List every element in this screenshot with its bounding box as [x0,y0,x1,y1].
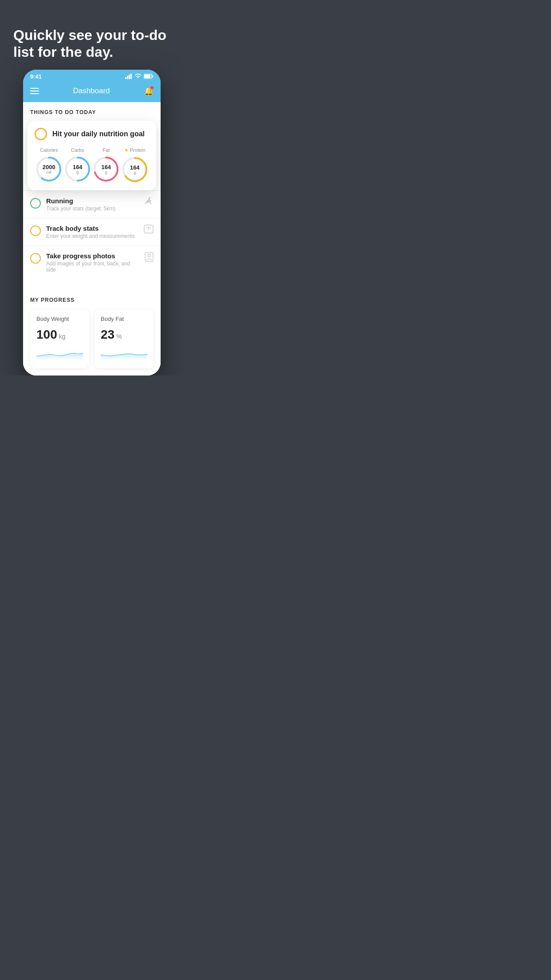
todo-running[interactable]: Running Track your stats (target: 5km) [23,190,161,218]
todo-body-stats-sub: Enter your weight and measurements [46,233,140,239]
nutrition-card[interactable]: Hit your daily nutrition goal Calories [28,121,156,190]
todo-body-stats[interactable]: Track body stats Enter your weight and m… [23,218,161,245]
svg-rect-3 [130,74,132,79]
todo-running-text: Running Track your stats (target: 5km) [46,197,140,212]
todo-running-sub: Track your stats (target: 5km) [46,205,140,212]
notification-bell[interactable]: 🔔 [144,86,153,96]
calories-unit: cal [43,170,55,174]
body-fat-number: 23 [101,328,114,342]
todo-running-name: Running [46,197,140,205]
todo-progress-photos[interactable]: Take progress photos Add images of your … [23,245,161,279]
running-icon [144,197,153,207]
body-fat-card[interactable]: Body Fat 23 % [94,309,153,368]
status-icons [125,74,153,79]
nutrition-circles: Calories 2000 cal [35,147,149,183]
svg-rect-6 [144,75,150,78]
body-weight-label: Body Weight [36,316,83,322]
body-weight-chart [36,347,83,360]
nav-title: Dashboard [73,87,110,95]
todo-body-stats-text: Track body stats Enter your weight and m… [46,225,140,239]
svg-rect-0 [125,77,126,79]
todo-body-stats-circle [30,225,41,236]
star-icon: ★ [124,147,129,153]
todo-photos-name: Take progress photos [46,252,141,260]
calories-value: 2000 [43,164,55,170]
protein-value: 164 [130,164,140,170]
protein-label-wrapper: ★ Protein [124,147,146,153]
protein-item: ★ Protein 164 g [121,147,149,183]
signal-icon [125,74,132,79]
scale-icon [144,225,153,236]
svg-rect-5 [152,75,153,78]
completion-circle [35,128,47,140]
hero-title: Quickly see your to-do list for the day. [13,27,170,61]
card-header: Hit your daily nutrition goal [35,128,149,140]
status-time: 9:41 [30,73,42,80]
phone-mockup: 9:41 [23,70,161,375]
todo-photos-text: Take progress photos Add images of your … [46,252,141,273]
fat-item: Fat 164 g [92,147,120,183]
card-title: Hit your daily nutrition goal [52,130,145,138]
todo-running-circle [30,198,41,209]
fat-value: 164 [101,164,111,170]
body-fat-label: Body Fat [101,316,147,322]
things-section-title: THINGS TO DO TODAY [23,109,161,121]
todo-body-stats-name: Track body stats [46,225,140,232]
body-weight-number: 100 [36,328,57,342]
todo-photos-sub: Add images of your front, back, and side [46,261,141,273]
protein-label: Protein [130,147,146,153]
calories-item: Calories 2000 cal [35,147,63,183]
hamburger-menu[interactable] [30,88,39,94]
hamburger-line1 [30,88,39,89]
fat-circle: 164 g [92,155,120,183]
svg-point-18 [148,254,150,257]
carbs-item: Carbs 164 g [64,147,91,183]
svg-rect-2 [129,75,130,79]
hero-section: Quickly see your to-do list for the day. [0,0,184,70]
carbs-value: 164 [73,164,83,170]
body-fat-value-container: 23 % [101,328,147,342]
carbs-label: Carbs [71,147,84,153]
protein-unit: g [130,170,140,174]
body-fat-unit: % [116,333,122,340]
fat-unit: g [101,170,111,174]
todo-photos-circle [30,253,41,264]
calories-circle: 2000 cal [35,155,63,183]
body-fat-chart [101,347,147,360]
progress-section-title: MY PROGRESS [30,297,153,303]
person-icon [145,252,153,264]
body-weight-unit: kg [59,333,66,340]
content-area: THINGS TO DO TODAY Hit your daily nutrit… [23,102,161,375]
progress-cards: Body Weight 100 kg [30,309,153,368]
fat-label: Fat [102,147,110,153]
calories-label: Calories [40,147,58,153]
carbs-circle: 164 g [64,155,91,183]
carbs-unit: g [73,170,83,174]
wifi-icon [134,74,142,79]
status-bar: 9:41 [23,70,161,82]
hamburger-line3 [30,93,39,94]
notification-dot [150,86,153,89]
page-wrapper: Quickly see your to-do list for the day.… [0,0,184,375]
body-weight-card[interactable]: Body Weight 100 kg [30,309,89,368]
svg-rect-1 [127,76,128,79]
todo-list: Running Track your stats (target: 5km) [23,190,161,279]
body-weight-value-container: 100 kg [36,328,83,342]
nav-bar: Dashboard 🔔 [23,82,161,102]
battery-icon [144,74,153,79]
hamburger-line2 [30,91,39,91]
protein-circle: 164 g [121,156,149,183]
progress-section: MY PROGRESS Body Weight 100 kg [23,288,161,375]
